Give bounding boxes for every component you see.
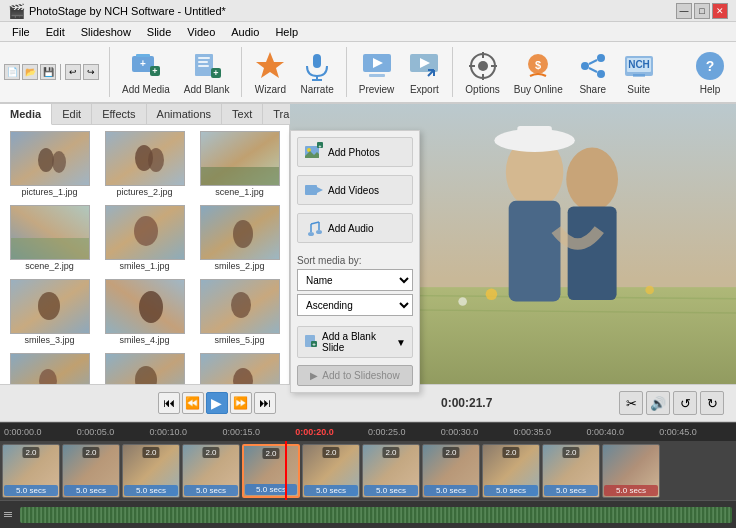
add-blank-slide-button[interactable]: + Add a Blank Slide ▼	[297, 326, 413, 358]
minimize-button[interactable]: —	[676, 3, 692, 19]
timeline-clip[interactable]: 2.0 5.0 secs	[302, 444, 360, 498]
add-photos-button[interactable]: + Add Photos	[297, 137, 413, 167]
timeline-scroll[interactable]: 2.0 5.0 secs 2.0 5.0 secs 2.0 5.0 secs 2…	[0, 441, 736, 528]
timeline-clip[interactable]: 2.0 5.0 secs	[2, 444, 60, 498]
open-button[interactable]: 📂	[22, 64, 38, 80]
tab-media[interactable]: Media	[0, 104, 52, 125]
help-button[interactable]: ? Help	[688, 46, 732, 99]
tab-edit[interactable]: Edit	[52, 104, 92, 124]
controls-left: ⏮ ⏪ ▶ ⏩ ⏭	[4, 392, 429, 414]
menu-edit[interactable]: Edit	[38, 24, 73, 40]
timeline-clip[interactable]: 2.0 5.0 secs	[242, 444, 300, 498]
media-grid-wrapper[interactable]: pictures_1.jpg pictures_2.jpg	[0, 125, 289, 384]
thumbnail-image	[200, 279, 280, 334]
tab-text[interactable]: Text	[222, 104, 263, 124]
media-grid: pictures_1.jpg pictures_2.jpg	[0, 125, 289, 384]
export-icon	[408, 50, 440, 82]
narrate-button[interactable]: Narrate	[294, 46, 339, 99]
export-button[interactable]: Export	[402, 46, 446, 99]
svg-rect-17	[369, 74, 385, 77]
svg-text:NCH: NCH	[628, 59, 650, 70]
add-blank-button[interactable]: + Add Blank	[178, 46, 236, 99]
list-item[interactable]: smiles	[99, 351, 190, 384]
svg-point-29	[581, 62, 589, 70]
clip-duration-label: 5.0 secs	[304, 485, 358, 496]
list-item[interactable]: scene_1.jpg	[194, 129, 285, 199]
thumbnail-image	[105, 353, 185, 384]
timeline-clip[interactable]: 2.0 5.0 secs	[182, 444, 240, 498]
maximize-button[interactable]: □	[694, 3, 710, 19]
new-button[interactable]: 📄	[4, 64, 20, 80]
skip-back-button[interactable]: ⏮	[158, 392, 180, 414]
list-item[interactable]: smiles_4.jpg	[99, 277, 190, 347]
preview-icon	[361, 50, 393, 82]
undo-button[interactable]: ↩	[65, 64, 81, 80]
sort-by-select[interactable]: Name Date Size	[297, 269, 413, 291]
thumbnail-image	[105, 279, 185, 334]
toolbar: 📄 📂 💾 ↩ ↪ + + Add Media	[0, 42, 736, 104]
timeline-clip[interactable]: 2.0 5.0 secs	[362, 444, 420, 498]
timeline-playhead[interactable]	[285, 441, 287, 500]
add-blank-slide-icon: +	[304, 334, 318, 350]
skip-fwd-button[interactable]: ⏭	[254, 392, 276, 414]
list-item[interactable]: smiles_1.jpg	[99, 203, 190, 273]
add-audio-button[interactable]: Add Audio	[297, 213, 413, 243]
svg-point-40	[38, 148, 54, 172]
next-frame-button[interactable]: ⏩	[230, 392, 252, 414]
list-item[interactable]: pictures_2.jpg	[99, 129, 190, 199]
clip-duration-label: 5.0 secs	[245, 484, 297, 495]
ruler-mark-4: 0:00:20.0	[295, 427, 368, 437]
thumbnail-label: smiles_4.jpg	[119, 335, 169, 345]
list-item[interactable]: smiles_8.jpg	[194, 351, 285, 384]
export-label: Export	[410, 84, 439, 95]
timeline-clip[interactable]: 2.0 5.0 secs	[542, 444, 600, 498]
tab-effects[interactable]: Effects	[92, 104, 146, 124]
list-item[interactable]: smiles_2.jpg	[194, 203, 285, 273]
timeline-clip[interactable]: 2.0 5.0 secs	[122, 444, 180, 498]
suite-button[interactable]: NCH Suite	[617, 46, 661, 99]
sort-direction-select[interactable]: Ascending Descending	[297, 294, 413, 316]
list-item[interactable]: smiles_3.jpg	[4, 277, 95, 347]
preview-button[interactable]: Preview	[353, 46, 401, 99]
menu-file[interactable]: File	[4, 24, 38, 40]
menu-video[interactable]: Video	[179, 24, 223, 40]
add-videos-button[interactable]: Add Videos	[297, 175, 413, 205]
buy-online-button[interactable]: $ Buy Online	[508, 46, 569, 99]
ruler-mark-1: 0:00:05.0	[77, 427, 150, 437]
add-media-button[interactable]: + + Add Media	[116, 46, 176, 99]
share-button[interactable]: Share	[571, 46, 615, 99]
save-button[interactable]: 💾	[40, 64, 56, 80]
add-media-label: Add Media	[122, 84, 170, 95]
toolbar-separator-2	[241, 47, 242, 97]
add-audio-label: Add Audio	[328, 223, 374, 234]
add-photos-label: Add Photos	[328, 147, 380, 158]
timeline-clip[interactable]: 2.0 5.0 secs	[422, 444, 480, 498]
rotate-right-button[interactable]: ↻	[700, 391, 724, 415]
list-item[interactable]: smiles_6.jpg	[4, 351, 95, 384]
play-button[interactable]: ▶	[206, 392, 228, 414]
volume-button[interactable]: 🔊	[646, 391, 670, 415]
toolbar-separator-4	[452, 47, 453, 97]
scissors-button[interactable]: ✂	[619, 391, 643, 415]
options-button[interactable]: Options	[459, 46, 505, 99]
menu-slide[interactable]: Slide	[139, 24, 179, 40]
rotate-left-button[interactable]: ↺	[673, 391, 697, 415]
prev-frame-button[interactable]: ⏪	[182, 392, 204, 414]
redo-button[interactable]: ↪	[83, 64, 99, 80]
ruler-mark-0: 0:00:00.0	[4, 427, 77, 437]
menu-help[interactable]: Help	[267, 24, 306, 40]
clip-duration-label: 5.0 secs	[484, 485, 538, 496]
timeline-clip[interactable]: 5.0 secs	[602, 444, 660, 498]
svg-point-41	[52, 151, 66, 173]
tab-animations[interactable]: Animations	[147, 104, 222, 124]
wizard-button[interactable]: Wizard	[248, 46, 292, 99]
svg-text:?: ?	[706, 58, 715, 74]
list-item[interactable]: pictures_1.jpg	[4, 129, 95, 199]
list-item[interactable]: scene_2.jpg	[4, 203, 95, 273]
menu-slideshow[interactable]: Slideshow	[73, 24, 139, 40]
timeline-clip[interactable]: 2.0 5.0 secs	[482, 444, 540, 498]
list-item[interactable]: smiles_5.jpg	[194, 277, 285, 347]
menu-audio[interactable]: Audio	[223, 24, 267, 40]
close-button[interactable]: ✕	[712, 3, 728, 19]
timeline-clip[interactable]: 2.0 5.0 secs	[62, 444, 120, 498]
